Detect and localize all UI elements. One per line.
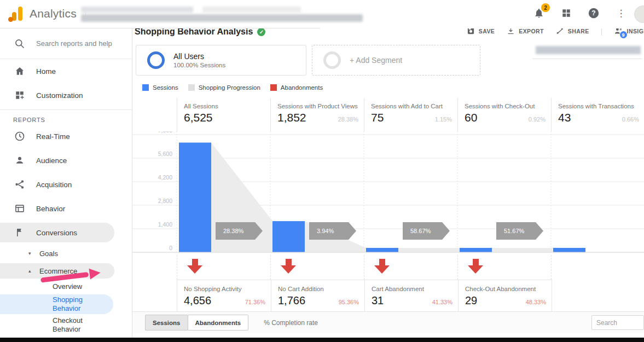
legend-item-shopping-progression: Shopping Progression: [188, 84, 260, 91]
home-icon: [13, 65, 26, 78]
abandonment-percent: 48.33%: [526, 299, 546, 305]
sidebar-child-label: Overview: [53, 282, 107, 291]
stage-percent: 0.92%: [529, 116, 546, 123]
sidebar-item-checkout-behavior[interactable]: Checkout Behavior: [0, 315, 132, 335]
legend-item-sessions: Sessions: [142, 84, 178, 91]
svg-text:0: 0: [169, 245, 172, 251]
analytics-logo-icon: [8, 5, 24, 22]
completion-rate-label: % Completion rate: [264, 319, 318, 327]
sidebar-item-audience[interactable]: Audience: [0, 148, 132, 172]
svg-text:2,800: 2,800: [158, 198, 172, 204]
shopping-funnel-chart: All Sessions6,525Sessions with Product V…: [132, 98, 644, 280]
tab-sessions[interactable]: Sessions: [145, 315, 188, 331]
sidebar-item-acquisition[interactable]: Acquisition: [0, 172, 132, 196]
segment-detail: 100.00% Sessions: [173, 62, 225, 68]
user-avatar[interactable]: [634, 5, 644, 23]
svg-text:?: ?: [591, 9, 595, 17]
abandonment-arrow-icon: [187, 259, 202, 274]
sidebar-item-label: Audience: [36, 156, 67, 165]
sidebar-item-customization[interactable]: Customization: [0, 83, 132, 107]
share-icon: [556, 28, 564, 35]
chart-footer-toolbar: SessionsAbandonments % Completion rate: [132, 311, 644, 333]
customization-icon: [13, 89, 26, 102]
notifications-bell-icon[interactable]: 2: [532, 7, 546, 20]
abandonment-label: No Shopping Activity: [184, 286, 265, 292]
sidebar-item-shopping-behavior[interactable]: Shopping Behavior: [0, 294, 132, 315]
action-label: SHARE: [568, 28, 589, 34]
stage-value: 6,525: [184, 111, 213, 124]
brand-name: Analytics: [30, 7, 77, 20]
stage-percent: 0.66%: [622, 116, 639, 123]
svg-text:7,000: 7,000: [158, 131, 172, 134]
stage-label: Sessions with Add to Cart: [371, 103, 452, 109]
abandonment-value: 29: [465, 294, 477, 307]
legend-swatch: [142, 84, 149, 91]
stage-percent: 1.15%: [435, 116, 452, 123]
abandonment-label: Check-Out Abandonment: [465, 286, 546, 292]
stage-header-sessions-with-product-views: Sessions with Product Views1,85228.38%: [270, 98, 364, 131]
column-divider-dashed: [551, 255, 552, 280]
main-content: Shopping Behavior Analysis ✓ SAVEEXPORTS…: [132, 28, 644, 338]
stage-header-sessions-with-transactions: Sessions with Transactions430.66%: [551, 98, 644, 131]
sidebar-item-home[interactable]: Home: [0, 59, 132, 83]
sidebar-item-label: Behavior: [36, 205, 65, 213]
svg-text:3.94%: 3.94%: [317, 228, 334, 234]
sidebar-child-label: Shopping Behavior: [53, 295, 107, 313]
column-divider-dashed: [177, 255, 177, 280]
stage-label: Sessions with Transactions: [558, 103, 639, 109]
abandonment-percent: 41.33%: [432, 299, 452, 305]
abandonment-value: 1,766: [278, 294, 305, 307]
apps-grid-icon[interactable]: [560, 7, 573, 20]
table-search-input[interactable]: [591, 315, 644, 330]
chart-legend: SessionsShopping ProgressionAbandonments: [142, 84, 644, 91]
sidebar-nav: Search reports and help HomeCustomizatio…: [0, 28, 132, 338]
sidebar-subitem-goals[interactable]: ▾Goals: [0, 245, 132, 262]
legend-swatch: [188, 84, 195, 91]
legend-item-abandonments: Abandonments: [270, 84, 323, 91]
svg-text:1,400: 1,400: [158, 221, 172, 228]
tab-abandonments[interactable]: Abandonments: [188, 315, 249, 331]
overflow-menu-icon[interactable]: ⋮: [614, 7, 628, 20]
chevron-up-icon: ▴: [28, 268, 34, 274]
chevron-down-icon: ▾: [28, 251, 34, 256]
export-button[interactable]: EXPORT: [507, 28, 544, 35]
add-segment-button[interactable]: + Add Segment: [312, 45, 480, 76]
sidebar-subitem-label: Goals: [39, 250, 58, 258]
sidebar-subitem-ecommerce[interactable]: ▴Ecommerce: [0, 262, 132, 280]
abandonment-value: 31: [372, 294, 384, 307]
save-button[interactable]: SAVE: [467, 28, 495, 35]
segment-name: All Users: [173, 52, 225, 61]
svg-text:4,200: 4,200: [158, 174, 172, 181]
svg-text:58.67%: 58.67%: [410, 228, 431, 234]
column-divider-dashed: [270, 255, 271, 280]
date-range-selector-redacted[interactable]: [536, 45, 641, 59]
sidebar-search[interactable]: Search reports and help: [0, 28, 132, 59]
insight-button[interactable]: 9INSIGHT: [614, 28, 644, 36]
reports-section-label: REPORTS: [0, 111, 132, 124]
sidebar-item-conversions[interactable]: Conversions: [0, 221, 132, 245]
y-axis-gutter: [132, 98, 177, 131]
behavior-icon: [13, 202, 26, 215]
acquisition-icon: [13, 178, 26, 191]
share-button[interactable]: SHARE: [556, 28, 589, 35]
legend-label: Shopping Progression: [199, 84, 260, 91]
account-name-redacted: [81, 7, 193, 13]
stage-header-all-sessions: All Sessions6,525: [177, 98, 270, 131]
sidebar-search-placeholder: Search reports and help: [36, 39, 112, 48]
segment-all-users[interactable]: All Users 100.00% Sessions: [136, 45, 306, 76]
abandonment-card-no-shopping-activity: No Shopping Activity4,65671.36%: [177, 280, 271, 312]
conversions-flag-icon: [13, 226, 26, 239]
stage-label: Sessions with Check-Out: [465, 103, 546, 109]
sidebar-item-real-time[interactable]: Real-Time: [0, 124, 132, 148]
column-divider-dashed: [457, 255, 458, 280]
verified-check-icon: ✓: [257, 28, 265, 36]
toolbar-divider: [601, 28, 602, 36]
sidebar-item-overview[interactable]: Overview: [0, 280, 132, 294]
analytics-app: Analytics 2 ? ⋮ Search reports a: [0, 0, 644, 342]
sidebar-item-behavior[interactable]: Behavior: [0, 196, 132, 221]
legend-label: Sessions: [153, 84, 178, 91]
stage-value: 1,852: [277, 111, 306, 124]
help-icon[interactable]: ?: [587, 7, 600, 20]
column-divider-dashed: [364, 255, 364, 280]
action-label: INSIGHT: [627, 28, 644, 34]
